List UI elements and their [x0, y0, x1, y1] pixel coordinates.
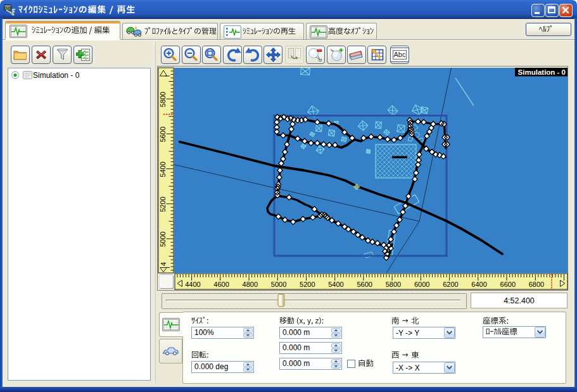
svg-text:4: 4 [160, 262, 167, 266]
svg-text:6400: 6400 [471, 281, 486, 288]
svg-text:5200: 5200 [159, 196, 167, 212]
svg-text:5400: 5400 [159, 161, 167, 177]
svg-text:6200: 6200 [443, 281, 458, 288]
svg-text:5600: 5600 [357, 281, 372, 288]
svg-text:6600: 6600 [500, 281, 516, 288]
svg-text:4400: 4400 [185, 281, 200, 288]
svg-text:5000: 5000 [159, 232, 167, 247]
svg-text:5600: 5600 [159, 127, 167, 142]
svg-text:4600: 4600 [213, 281, 229, 288]
svg-text:5200: 5200 [300, 281, 315, 288]
svg-text:5800: 5800 [386, 281, 401, 288]
svg-text:4800: 4800 [243, 281, 258, 288]
svg-text:5400: 5400 [328, 281, 343, 288]
svg-text:Simulation - 0: Simulation - 0 [518, 68, 566, 76]
svg-text:6800: 6800 [529, 281, 544, 288]
svg-text:6000: 6000 [414, 281, 429, 288]
svg-text:5000: 5000 [271, 281, 286, 288]
svg-text:5800: 5800 [159, 92, 167, 107]
